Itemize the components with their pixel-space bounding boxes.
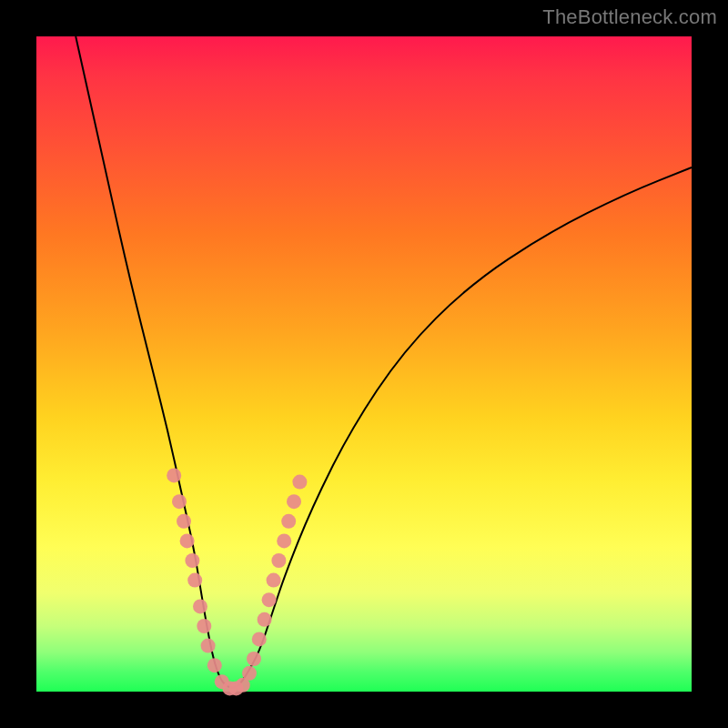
scatter-dot — [177, 514, 191, 529]
scatter-dot — [167, 468, 181, 482]
scatter-dot — [258, 612, 272, 627]
scatter-dot — [207, 658, 222, 672]
chart-svg — [36, 36, 692, 692]
watermark-text: TheBottleneck.com — [542, 5, 717, 29]
scatter-dot — [185, 553, 199, 568]
scatter-dot — [262, 592, 277, 607]
scatter-dot — [267, 573, 281, 588]
scatter-dot — [193, 599, 207, 613]
scatter-dot — [197, 619, 211, 633]
scatter-dot — [180, 533, 195, 548]
scatter-dot — [277, 533, 291, 548]
scatter-dot — [281, 514, 296, 529]
scatter-dot — [172, 494, 187, 509]
scatter-dot — [252, 632, 267, 646]
scatter-dot — [287, 494, 301, 509]
bottleneck-curve — [76, 36, 692, 688]
scatter-dot — [242, 666, 257, 681]
plot-area — [36, 36, 692, 692]
scatter-dot — [247, 652, 261, 666]
scatter-dot — [201, 639, 216, 653]
scatter-points — [167, 468, 307, 695]
scatter-dot — [187, 573, 202, 588]
chart-frame: TheBottleneck.com — [0, 0, 728, 728]
scatter-dot — [271, 553, 286, 568]
scatter-dot — [292, 475, 307, 490]
